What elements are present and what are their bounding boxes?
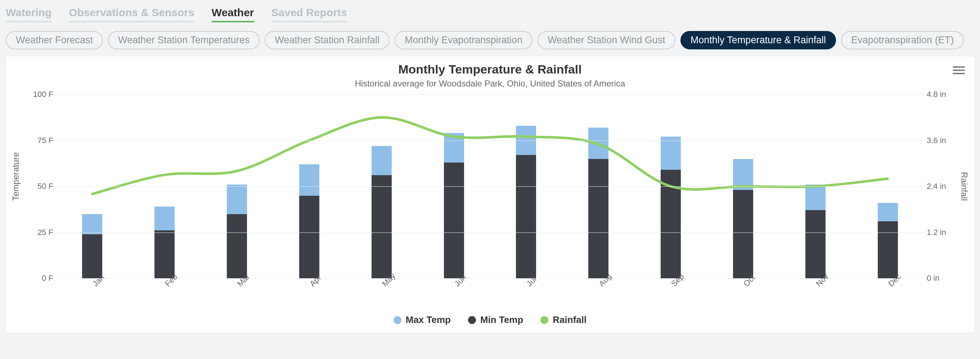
chart-menu-icon[interactable] xyxy=(953,64,965,76)
pill-weather-station-wind-gust[interactable]: Weather Station Wind Gust xyxy=(538,31,675,49)
legend-swatch-max-icon xyxy=(393,316,401,324)
chart-area: Temperature Rainfall JanFebMarAprMayJunJ… xyxy=(13,94,967,307)
y-right-tick: 4.8 in xyxy=(927,90,963,99)
legend-label: Rainfall xyxy=(553,314,587,325)
pill-monthly-temperature-rainfall[interactable]: Monthly Temperature & Rainfall xyxy=(681,31,836,49)
legend-label: Max Temp xyxy=(406,314,451,325)
nav-tab-weather[interactable]: Weather xyxy=(212,6,254,22)
rainfall-line[interactable] xyxy=(92,118,888,194)
y-right-tick: 1.2 in xyxy=(927,228,963,237)
pill-evapotranspiration-et-[interactable]: Evapotranspiration (ET) xyxy=(841,31,964,49)
y-right-tick: 3.6 in xyxy=(927,136,963,145)
y-left-tick: 100 F xyxy=(17,90,53,99)
legend-item-max-temp[interactable]: Max Temp xyxy=(393,314,451,325)
pill-monthly-evapotranspiration[interactable]: Monthly Evapotranspiration xyxy=(395,31,533,49)
main-nav-tabs: WateringObservations & SensorsWeatherSav… xyxy=(6,0,974,26)
legend-label: Min Temp xyxy=(480,314,523,325)
pill-weather-forecast[interactable]: Weather Forecast xyxy=(6,31,103,49)
legend-swatch-min-icon xyxy=(468,316,476,324)
chart-title: Monthly Temperature & Rainfall xyxy=(13,62,967,77)
y-right-tick: 0 in xyxy=(927,274,963,283)
y-left-tick: 25 F xyxy=(17,228,53,237)
nav-tab-observations-sensors[interactable]: Observations & Sensors xyxy=(69,6,194,22)
sub-nav-pills: Weather ForecastWeather Station Temperat… xyxy=(6,26,974,57)
nav-tab-watering[interactable]: Watering xyxy=(6,6,51,22)
legend-item-min-temp[interactable]: Min Temp xyxy=(468,314,523,325)
y-left-tick: 0 F xyxy=(17,274,53,283)
y-left-tick: 50 F xyxy=(17,182,53,191)
legend-item-rainfall[interactable]: Rainfall xyxy=(540,314,587,325)
nav-tab-saved-reports[interactable]: Saved Reports xyxy=(272,6,347,22)
pill-weather-station-temperatures[interactable]: Weather Station Temperatures xyxy=(108,31,259,49)
y-axis-left-title: Temperature xyxy=(11,152,21,201)
chart-legend: Max Temp Min Temp Rainfall xyxy=(13,314,967,325)
chart-subtitle: Historical average for Woodsdale Park, O… xyxy=(13,78,967,89)
pill-weather-station-rainfall[interactable]: Weather Station Rainfall xyxy=(265,31,390,49)
legend-swatch-rain-icon xyxy=(540,316,548,324)
y-right-tick: 2.4 in xyxy=(927,182,963,191)
chart-card: Monthly Temperature & Rainfall Historica… xyxy=(6,57,974,333)
y-left-tick: 75 F xyxy=(17,136,53,145)
